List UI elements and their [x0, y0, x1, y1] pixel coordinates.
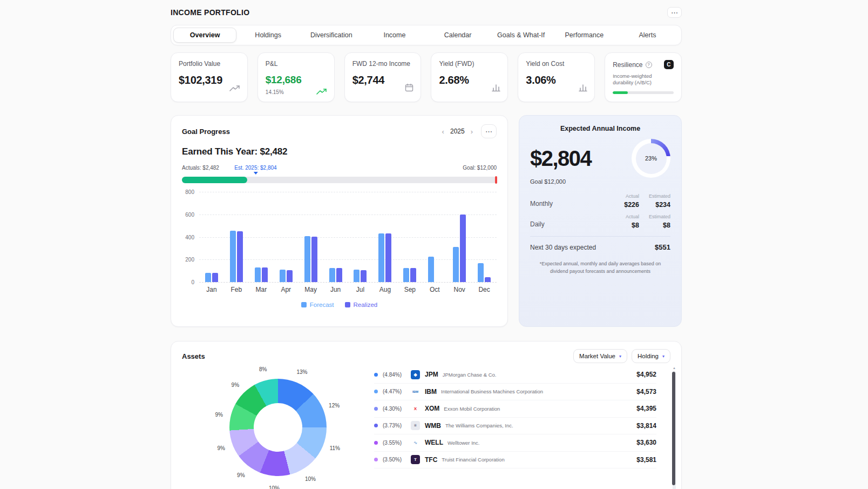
sort-holding-button[interactable]: Holding ▾	[632, 349, 670, 363]
asset-row-jpm[interactable]: (4.84%)◆JPMJPMorgan Chase & Co.$4,952	[374, 366, 656, 384]
asset-market-value: $3,814	[636, 422, 656, 430]
legend-item-forecast[interactable]: Forecast	[301, 302, 334, 308]
scrollbar-thumb[interactable]	[672, 372, 675, 485]
bar-realized	[311, 237, 317, 282]
goal-more-button[interactable]: ⋯	[481, 124, 497, 138]
kpi-label: Yield (FWD)	[439, 60, 500, 68]
tab-holdings[interactable]: Holdings	[236, 28, 300, 43]
allocation-donut-zone: 13%12%11%10%10%9%9%9%9%8%	[182, 366, 374, 489]
year-navigator: ‹ 2025 › ⋯	[442, 124, 497, 138]
bar-realized	[485, 277, 491, 282]
allocation-dot	[374, 441, 378, 445]
monthly-income-chart: 0200400600800	[182, 192, 497, 282]
actuals-label: Actuals: $2,482	[182, 165, 219, 171]
asset-ticker: JPM	[425, 371, 438, 378]
bar-forecast	[230, 231, 236, 282]
bar-forecast	[205, 273, 211, 282]
bar-realized	[410, 268, 416, 282]
asset-row-xom[interactable]: (4.30%)XXOMExxon Mobil Corporation$4,395	[374, 400, 656, 418]
scrollbar-up-icon[interactable]: ▲	[672, 366, 676, 370]
assets-body: 13%12%11%10%10%9%9%9%9%8% (4.84%)◆JPMJPM…	[182, 366, 670, 489]
tab-alerts[interactable]: Alerts	[616, 28, 679, 43]
goal-card-title: Goal Progress	[182, 128, 230, 136]
page-more-button[interactable]: ⋯	[667, 7, 682, 18]
kpi-value: 2.68%	[439, 74, 500, 86]
income-row-label: Daily	[530, 220, 608, 229]
sort-market-value-button[interactable]: Market Value ▾	[573, 349, 627, 363]
help-circle-icon[interactable]: ?	[646, 62, 652, 68]
kpi-resilience: Resilience ? C Income-weighted durabilit…	[605, 52, 682, 102]
chevron-down-icon: ▾	[619, 354, 621, 359]
asset-row-wmb[interactable]: (3.73%)≡WMBThe Williams Companies, Inc.$…	[374, 418, 656, 435]
bar-group-dec	[472, 192, 497, 282]
tab-diversification[interactable]: Diversification	[300, 28, 363, 43]
sort-holding-label: Holding	[638, 353, 659, 359]
tab-calendar[interactable]: Calendar	[426, 28, 490, 43]
next-30-days-label: Next 30 days expected	[530, 244, 596, 251]
asset-ticker: XOM	[425, 405, 439, 412]
income-col-value: $234	[639, 201, 670, 209]
bar-y-axis: 0200400600800	[182, 192, 199, 282]
pie-slice-label: 9%	[237, 472, 245, 478]
bar-forecast	[329, 268, 335, 282]
asset-ticker: IBM	[425, 388, 437, 396]
bar-forecast	[478, 263, 484, 282]
income-col-value: $8	[608, 222, 639, 229]
pie-slice-label: 13%	[296, 369, 307, 375]
income-row-daily: DailyActual$8Estimated$8	[530, 214, 670, 229]
next-year-icon[interactable]: ›	[471, 128, 473, 136]
pie-slice-label: 8%	[259, 366, 267, 372]
trend-up-icon	[316, 89, 327, 95]
xom-logo-icon: X	[411, 404, 420, 413]
y-tick-label: 200	[185, 257, 194, 263]
asset-market-value: $4,573	[636, 388, 656, 396]
asset-row-well[interactable]: (3.55%)∿WELLWelltower Inc.$3,630	[374, 434, 656, 452]
bar-chart-icon	[492, 84, 500, 92]
bar-forecast	[403, 268, 409, 282]
pie-slice-label: 10%	[305, 475, 316, 481]
bar-group-feb	[224, 192, 249, 282]
income-col-estimated: Estimated$234	[639, 193, 670, 209]
trend-up-icon	[229, 85, 240, 92]
tab-goals-what-if[interactable]: Goals & What-If	[490, 28, 553, 43]
bar-forecast	[453, 247, 459, 282]
income-col-actual: Actual$226	[608, 193, 639, 209]
resilience-grade-badge: C	[664, 60, 674, 69]
kpi-portfolio-value: Portfolio Value $102,319	[171, 52, 248, 102]
kpi-label: Yield on Cost	[526, 60, 587, 68]
tab-performance[interactable]: Performance	[553, 28, 616, 43]
kpi-value: $12,686	[266, 74, 327, 86]
goal-progress-fill	[182, 177, 247, 183]
asset-ticker: WELL	[425, 439, 443, 446]
month-label: Oct	[422, 286, 447, 293]
tab-income[interactable]: Income	[363, 28, 426, 43]
asset-row-tfc[interactable]: (3.50%)TTFCTruist Financial Corporation$…	[374, 452, 656, 469]
legend-item-realized[interactable]: Realized	[345, 302, 378, 308]
kpi-yield-fwd: Yield (FWD) 2.68%	[431, 52, 508, 102]
prev-year-icon[interactable]: ‹	[442, 128, 444, 136]
kpi-pnl: P&L $12,686 14.15%	[257, 52, 335, 102]
bar-forecast	[354, 270, 360, 282]
asset-market-value: $3,630	[636, 439, 656, 446]
bar-group-jul	[348, 192, 373, 282]
allocation-dot	[374, 458, 378, 461]
asset-list-scrollbar: ▲	[672, 366, 676, 489]
asset-name: JPMorgan Chase & Co.	[443, 372, 632, 378]
next-30-days-row: Next 30 days expected $551	[530, 243, 670, 251]
bar-group-aug	[372, 192, 397, 282]
goal-end-marker	[495, 176, 497, 184]
kpi-value: $2,744	[352, 74, 413, 86]
month-label: May	[299, 286, 323, 293]
asset-weight: (4.30%)	[383, 406, 411, 412]
asset-row-ibm[interactable]: (4.47%)IBMIBMInternational Business Mach…	[374, 384, 656, 401]
goal-card-header: Goal Progress ‹ 2025 › ⋯	[182, 124, 497, 138]
bar-legend: ForecastRealized	[182, 302, 497, 308]
tab-overview[interactable]: Overview	[173, 28, 236, 43]
month-label: Apr	[274, 286, 299, 293]
resilience-header: Resilience ? C	[613, 60, 674, 69]
bar-group-may	[299, 192, 323, 282]
gridline	[199, 282, 497, 283]
income-rows: MonthlyActual$226Estimated$234DailyActua…	[530, 193, 670, 229]
pie-slice-label: 12%	[329, 402, 340, 408]
month-label: Sep	[397, 286, 422, 293]
